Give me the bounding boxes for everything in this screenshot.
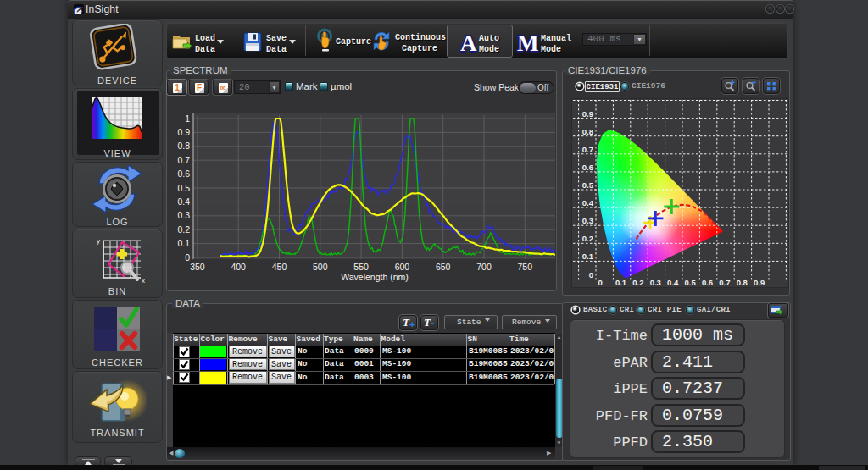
svg-text:x: x xyxy=(142,277,145,285)
svg-text:y: y xyxy=(97,237,100,245)
